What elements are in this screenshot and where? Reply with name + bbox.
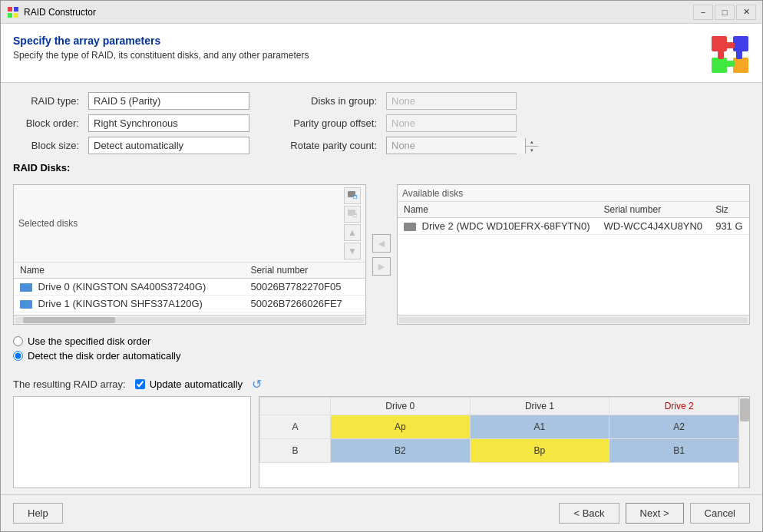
spinbox-down-button[interactable]: ▾	[526, 146, 538, 154]
minimize-button[interactable]: −	[693, 5, 713, 20]
available-name-header: Name	[398, 202, 597, 218]
raid-cell-b0: B2	[330, 439, 470, 463]
available-serial-header: Serial number	[597, 202, 709, 218]
available-size-header: Siz	[709, 202, 749, 218]
raid-cell-a1: A1	[470, 415, 609, 439]
selected-disks-label: Selected disks	[18, 218, 344, 229]
spinbox-up-button[interactable]: ▴	[526, 138, 538, 146]
table-row[interactable]: Drive 2 (WDC WD10EFRX-68FYTN0) WD-WCC4J4…	[398, 218, 749, 235]
window-title: RAID Constructor	[24, 7, 689, 18]
disks-area: Selected disks ▲ ▼	[13, 184, 750, 325]
svg-rect-11	[725, 61, 735, 67]
cancel-button[interactable]: Cancel	[690, 503, 750, 524]
disks-section-label: RAID Disks:	[13, 162, 750, 173]
raid-scrollbar[interactable]	[738, 397, 749, 487]
header-section: Specify the array parameters Specify the…	[1, 24, 762, 83]
disk-order-radio-1[interactable]: Use the specified disk order	[13, 335, 750, 347]
main-content: RAID type: RAID 5 (Parity) RAID 0 RAID 1…	[1, 83, 762, 371]
params-left: RAID type: RAID 5 (Parity) RAID 0 RAID 1…	[13, 92, 249, 154]
add-disk-button[interactable]	[344, 187, 361, 204]
raid-scroll-thumb	[740, 398, 749, 421]
parity-group-select[interactable]: None	[386, 114, 517, 132]
result-header: The resulting RAID array: Update automat…	[13, 377, 750, 392]
svg-rect-5	[733, 36, 748, 51]
raid-cell-b1: Bp	[470, 439, 609, 463]
disk-order-radio-input-2[interactable]	[13, 351, 23, 361]
disks-in-group-select[interactable]: None	[386, 92, 517, 110]
transfer-right-button[interactable]: ►	[372, 257, 391, 276]
raid-row-label-a: A	[260, 415, 331, 439]
next-button[interactable]: Next >	[626, 503, 684, 524]
puzzle-icon	[710, 35, 750, 74]
block-order-select[interactable]: Right Synchronous Left Synchronous Right…	[88, 114, 249, 132]
svg-rect-0	[8, 7, 12, 12]
raid-cell-b2: B1	[609, 439, 749, 463]
disk-order-radio-input-1[interactable]	[13, 336, 23, 346]
rotate-parity-input[interactable]	[387, 137, 525, 154]
move-up-button[interactable]: ▲	[344, 224, 361, 241]
app-icon	[7, 6, 19, 18]
raid-drive-1-header: Drive 1	[470, 398, 609, 415]
disk-serial-cell: 50026B7266026FE7	[245, 296, 365, 312]
rotate-parity-label: Rotate parity count:	[280, 140, 380, 151]
page-subtitle: Specify the type of RAID, its constituen…	[13, 50, 309, 61]
available-scrollbar[interactable]	[398, 315, 749, 324]
back-button[interactable]: < Back	[559, 503, 619, 524]
svg-rect-9	[718, 50, 724, 59]
svg-rect-3	[14, 13, 18, 18]
disk-order-label-2: Detect the disk order automatically	[28, 350, 180, 362]
svg-rect-4	[712, 36, 727, 51]
params-right: Disks in group: None Parity group offset…	[280, 92, 517, 154]
avail-disk-size: 931 G	[709, 218, 749, 235]
disk-order-radio-2[interactable]: Detect the disk order automatically	[13, 350, 750, 362]
selected-name-header: Name	[14, 263, 245, 279]
svg-rect-8	[725, 42, 735, 48]
footer-right: < Back Next > Cancel	[559, 503, 750, 524]
help-button[interactable]: Help	[13, 503, 63, 524]
selected-disks-table: Name Serial number Drive 0 (KINGSTON SA4…	[14, 263, 365, 315]
raid-type-label: RAID type:	[13, 95, 82, 107]
raid-drive-2-header: Drive 2	[609, 398, 749, 415]
update-auto-checkbox[interactable]	[135, 379, 145, 389]
maximize-button[interactable]: □	[715, 5, 735, 20]
available-scroll-track	[399, 317, 748, 323]
disks-in-group-label: Disks in group:	[280, 95, 380, 107]
selected-scroll-track	[15, 317, 364, 323]
window-controls: − □ ✕	[693, 5, 756, 20]
update-auto-checkbox-label[interactable]: Update automatically	[135, 378, 243, 390]
table-row[interactable]: Drive 1 (KINGSTON SHFS37A120G) 50026B726…	[14, 296, 365, 312]
footer-left: Help	[13, 503, 63, 524]
raid-grid-table: Drive 0 Drive 1 Drive 2 A Ap A1 A2	[259, 397, 749, 463]
main-window: RAID Constructor − □ ✕ Specify the array…	[0, 0, 763, 532]
result-preview	[13, 396, 251, 488]
raid-drive-0-header: Drive 0	[330, 398, 470, 415]
disk-serial-cell: 50026B7782270F05	[245, 279, 365, 296]
raid-type-select[interactable]: RAID 5 (Parity) RAID 0 RAID 1 RAID 6 RAI…	[88, 92, 249, 110]
block-size-select[interactable]: Detect automatically 512 1024 2048 4096	[88, 137, 249, 154]
selected-scroll-thumb	[23, 317, 115, 323]
page-title: Specify the array parameters	[13, 35, 309, 47]
spinbox-buttons: ▴ ▾	[525, 138, 538, 154]
remove-disk-button[interactable]	[344, 206, 361, 223]
header-text: Specify the array parameters Specify the…	[13, 35, 309, 61]
result-content: Drive 0 Drive 1 Drive 2 A Ap A1 A2	[13, 396, 750, 488]
raid-row-a: A Ap A1 A2	[260, 415, 749, 439]
rotate-parity-spinbox: ▴ ▾	[386, 137, 517, 154]
footer: Help < Back Next > Cancel	[1, 494, 762, 531]
disk-name-cell: Drive 0 (KINGSTON SA400S37240G)	[14, 279, 245, 296]
title-bar: RAID Constructor − □ ✕	[1, 1, 762, 24]
raid-cell-a2: A2	[609, 415, 749, 439]
block-size-wrapper: Detect automatically 512 1024 2048 4096	[88, 137, 249, 154]
table-row[interactable]: Drive 0 (KINGSTON SA400S37240G) 50026B77…	[14, 279, 365, 296]
close-button[interactable]: ✕	[736, 5, 756, 20]
selected-disks-table-container: Name Serial number Drive 0 (KINGSTON SA4…	[14, 263, 365, 315]
svg-rect-6	[712, 58, 727, 73]
disks-in-group-wrapper: None	[386, 92, 517, 110]
update-auto-label: Update automatically	[150, 378, 243, 390]
move-down-button[interactable]: ▼	[344, 243, 361, 259]
transfer-left-button[interactable]: ◄	[372, 234, 391, 253]
refresh-icon[interactable]: ↺	[252, 377, 262, 392]
raid-cell-a0: Ap	[330, 415, 470, 439]
selected-scrollbar[interactable]	[14, 315, 365, 324]
block-order-wrapper: Right Synchronous Left Synchronous Right…	[88, 114, 249, 132]
